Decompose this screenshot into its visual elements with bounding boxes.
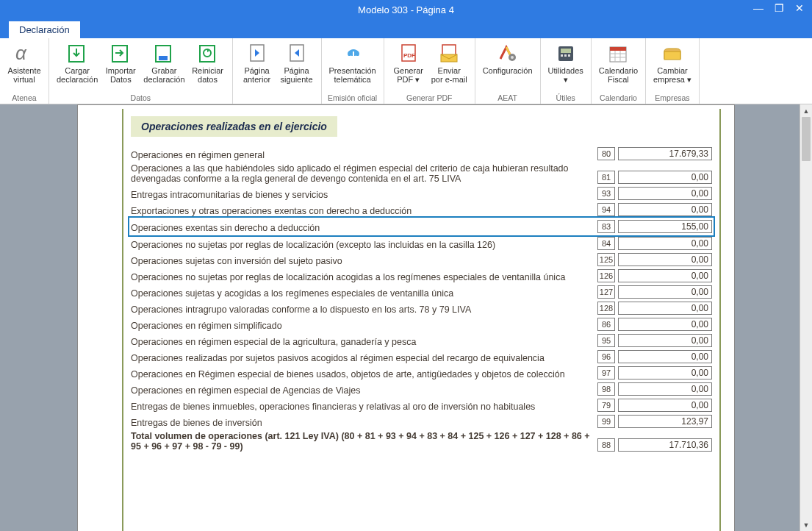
- grabar-declaracion-button[interactable]: Grabardeclaración: [140, 40, 187, 84]
- svg-text:PDF: PDF: [403, 52, 415, 59]
- row-box-number: 128: [597, 302, 615, 315]
- svg-rect-4: [159, 56, 168, 60]
- row-box-number: 98: [597, 382, 615, 396]
- form-row-95: Operaciones en régimen especial de la ag…: [131, 334, 712, 347]
- form-row-86: Operaciones en régimen simplificado860,0…: [131, 318, 712, 331]
- form-row-96: Operaciones realizadas por sujetos pasiv…: [131, 350, 712, 363]
- maximize-button[interactable]: ❐: [769, 0, 788, 16]
- row-label: Operaciones en régimen general: [131, 150, 266, 160]
- scroll-down-arrow[interactable]: ▼: [800, 518, 812, 531]
- row-box-number: 125: [597, 253, 615, 266]
- row-label: Operaciones en régimen especial de la ag…: [131, 337, 417, 347]
- row-value-input[interactable]: 0,00: [618, 366, 712, 379]
- form-row-97: Operaciones en Régimen especial de biene…: [131, 366, 712, 379]
- window-controls: — ❐ ✕: [749, 0, 809, 16]
- row-box-number: 80: [597, 147, 615, 160]
- svg-rect-5: [200, 46, 215, 62]
- presentacion-telematica-button[interactable]: Presentacióntelemática: [326, 40, 379, 84]
- form-row-84: Operaciones no sujetas por reglas de loc…: [131, 237, 712, 250]
- row-value-input[interactable]: 0,00: [618, 253, 712, 266]
- form-row-126: Operaciones no sujetas por reglas de loc…: [131, 269, 712, 282]
- row-value-input[interactable]: 0,00: [618, 171, 712, 184]
- svg-point-14: [511, 56, 514, 59]
- row-value-input[interactable]: 17.710,36: [618, 438, 712, 452]
- row-label: Operaciones no sujetas por reglas de loc…: [131, 240, 497, 250]
- importar-datos-icon: [108, 41, 133, 65]
- tab-bar: Declaración: [0, 19, 812, 38]
- importar-datos-button[interactable]: ImportarDatos: [101, 40, 140, 84]
- scroll-up-arrow[interactable]: ▲: [800, 104, 812, 117]
- ribbon: αAsistentevirtualAteneaCargardeclaración…: [0, 38, 812, 104]
- vertical-scrollbar[interactable]: ▲ ▼: [800, 104, 812, 531]
- enviar-email-button[interactable]: Enviarpor e-mail: [428, 40, 470, 84]
- cambiar-empresa-button[interactable]: Cambiarempresa ▾: [650, 40, 694, 84]
- cargar-declaracion-button[interactable]: Cargardeclaración: [54, 40, 101, 84]
- row-box-number: 86: [597, 318, 615, 331]
- form-row-79: Entregas de bienes inmuebles, operacione…: [131, 399, 712, 412]
- scroll-track[interactable]: [800, 117, 812, 518]
- svg-rect-16: [561, 49, 571, 53]
- row-value-input[interactable]: 0,00: [618, 302, 712, 315]
- form-row-127: Operaciones sujetas y acogidas a los reg…: [131, 285, 712, 299]
- close-button[interactable]: ✕: [790, 0, 809, 16]
- minimize-button[interactable]: —: [749, 0, 768, 16]
- row-box-number: 99: [597, 415, 615, 428]
- enviar-email-icon: [436, 41, 461, 65]
- row-value-input[interactable]: 0,00: [618, 399, 712, 412]
- pagina-anterior-button[interactable]: Páginaanterior: [237, 40, 277, 84]
- pagina-siguiente-icon: [284, 41, 309, 65]
- row-value-input[interactable]: 0,00: [618, 318, 712, 331]
- form-rows: Operaciones en régimen general8017.679,3…: [131, 147, 712, 452]
- pagina-siguiente-button[interactable]: Páginasiguiente: [277, 40, 317, 84]
- workspace: Operaciones realizadas en el ejercicio O…: [0, 104, 812, 531]
- row-value-input[interactable]: 0,00: [618, 269, 712, 282]
- configuracion-button[interactable]: Configuración: [480, 40, 536, 75]
- asistente-virtual-icon: α: [12, 41, 37, 65]
- row-label: Operaciones intragrupo valoradas conform…: [131, 304, 473, 315]
- tab-declaracion[interactable]: Declaración: [9, 21, 80, 38]
- configuracion-icon: [495, 41, 520, 65]
- row-value-input[interactable]: 0,00: [618, 187, 712, 200]
- generar-pdf-button[interactable]: PDFGenerarPDF ▾: [389, 40, 428, 84]
- svg-text:α: α: [15, 42, 27, 64]
- row-box-number: 97: [597, 366, 615, 379]
- form-row-125: Operaciones sujetas con inversión del su…: [131, 253, 712, 266]
- svg-rect-26: [664, 51, 680, 60]
- asistente-virtual-button[interactable]: αAsistentevirtual: [4, 40, 44, 84]
- scroll-thumb[interactable]: [802, 117, 811, 161]
- row-value-input[interactable]: 0,00: [618, 237, 712, 250]
- form-row-80: Operaciones en régimen general8017.679,3…: [131, 147, 712, 160]
- utilidades-button[interactable]: Utilidades▾: [545, 40, 586, 84]
- row-value-input[interactable]: 155,00: [618, 220, 712, 233]
- calendario-fiscal-button[interactable]: CalendarioFiscal: [596, 40, 641, 84]
- row-value-input[interactable]: 0,00: [618, 285, 712, 299]
- row-label: Operaciones en régimen simplificado: [131, 321, 284, 331]
- utilidades-icon: [553, 41, 578, 65]
- row-value-input[interactable]: 0,00: [618, 203, 712, 216]
- generar-pdf-icon: PDF: [396, 41, 421, 65]
- title-bar: Modelo 303 - Página 4 — ❐ ✕: [0, 0, 812, 19]
- form-row-94: Exportaciones y otras operaciones exenta…: [131, 203, 712, 216]
- row-label: Operaciones sujetas y acogidas a los reg…: [131, 288, 455, 299]
- section-header: Operaciones realizadas en el ejercicio: [131, 116, 337, 137]
- form-area: Operaciones realizadas en el ejercicio O…: [122, 109, 721, 531]
- pagina-anterior-icon: [245, 41, 270, 65]
- row-value-input[interactable]: 17.679,33: [618, 147, 712, 160]
- reiniciar-datos-button[interactable]: Reiniciardatos: [188, 40, 228, 84]
- svg-rect-18: [564, 54, 567, 57]
- row-box-number: 94: [597, 203, 615, 216]
- calendario-fiscal-icon: [606, 41, 630, 65]
- row-box-number: 83: [597, 220, 615, 233]
- row-box-number: 88: [597, 438, 615, 452]
- row-label: Operaciones exentas sin derecho a deducc…: [131, 223, 321, 233]
- row-value-input[interactable]: 0,00: [618, 334, 712, 347]
- row-box-number: 81: [597, 171, 615, 184]
- row-value-input[interactable]: 123,97: [618, 415, 712, 428]
- svg-rect-17: [561, 54, 563, 57]
- row-label: Entregas intracomunitarias de bienes y s…: [131, 190, 329, 200]
- row-value-input[interactable]: 0,00: [618, 382, 712, 396]
- row-label: Operaciones sujetas con inversión del su…: [131, 256, 344, 266]
- row-value-input[interactable]: 0,00: [618, 350, 712, 363]
- row-label: Entregas de bienes de inversión: [131, 418, 264, 428]
- row-box-number: 127: [597, 285, 615, 299]
